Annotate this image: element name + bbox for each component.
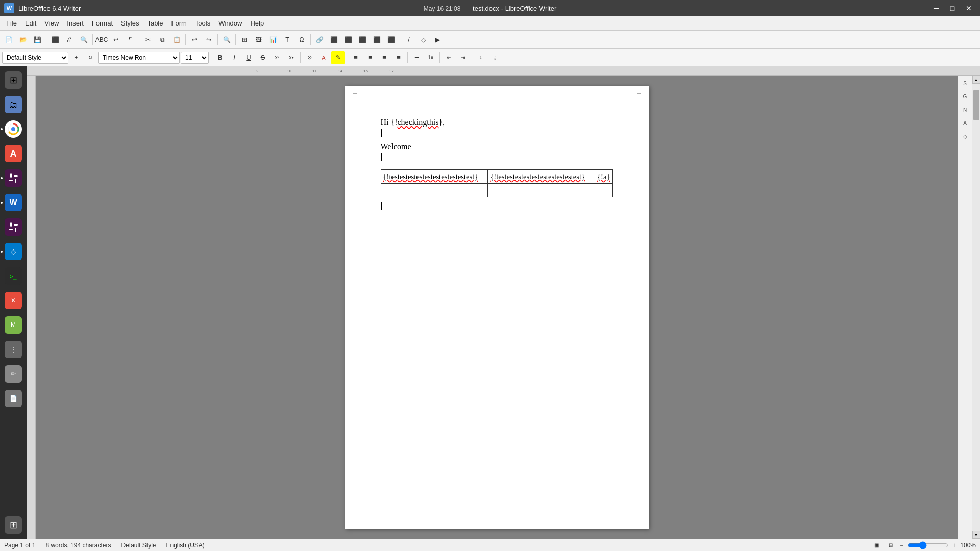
table-cell-2-2[interactable]	[488, 184, 595, 197]
menu-insert[interactable]: Insert	[63, 17, 88, 29]
font-color-button[interactable]: A	[317, 51, 330, 64]
dock-writer[interactable]: W	[3, 192, 24, 213]
menu-styles[interactable]: Styles	[117, 17, 143, 29]
sidebar-tool-3[interactable]: N	[960, 104, 971, 115]
menu-table[interactable]: Table	[143, 17, 167, 29]
symbol-button[interactable]: Ω	[295, 33, 308, 46]
superscript-button[interactable]: x²	[271, 51, 284, 64]
menu-form[interactable]: Form	[167, 17, 190, 29]
layout-web-button[interactable]: ⊟	[886, 540, 896, 550]
page-wrapper[interactable]: Hi {!checkingthis}, Welcome	[36, 76, 958, 539]
gallery-button[interactable]: ⬛	[384, 33, 398, 46]
save-button[interactable]: 💾	[31, 33, 44, 46]
find-button[interactable]: 🔍	[220, 33, 233, 46]
macro-button[interactable]: ⬛	[370, 33, 383, 46]
copy-button[interactable]: ⧉	[156, 33, 169, 46]
bullet-list-button[interactable]: ☰	[410, 51, 423, 64]
dock-chrome[interactable]	[3, 118, 24, 140]
paste-button[interactable]: 📋	[170, 33, 183, 46]
sidebar-tool-4[interactable]: A	[960, 117, 971, 129]
dock-xmind[interactable]: ✕	[3, 290, 24, 311]
align-right-button[interactable]: ≡	[378, 51, 391, 64]
table-cell-1-1[interactable]: {!testestestestestestestestestest}	[381, 170, 488, 184]
page-content[interactable]: Hi {!checkingthis}, Welcome	[381, 116, 613, 214]
sidebar-tool-5[interactable]: ◇	[960, 131, 971, 142]
font-size-select[interactable]: 11	[181, 52, 209, 64]
dock-slack1[interactable]	[3, 167, 24, 189]
cut-button[interactable]: ✂	[141, 33, 155, 46]
maximize-button[interactable]: □	[945, 2, 960, 14]
zoom-out-button[interactable]: −	[900, 542, 903, 549]
bold-button[interactable]: B	[213, 51, 227, 64]
footer-button[interactable]: ⬛	[356, 33, 369, 46]
dock-slack2[interactable]	[3, 216, 24, 238]
sidebar-tool-2[interactable]: G	[960, 91, 971, 102]
table-cell-1-2[interactable]: {!testestestestestestestestestest}	[488, 170, 595, 184]
textbox-button[interactable]: T	[281, 33, 294, 46]
dock-files[interactable]: 🗂	[3, 94, 24, 115]
new-button[interactable]: 📄	[2, 33, 15, 46]
italic-button[interactable]: I	[228, 51, 241, 64]
menu-format[interactable]: Format	[88, 17, 117, 29]
update-style-button[interactable]: ↻	[84, 51, 97, 64]
scroll-down-arrow[interactable]: ▼	[972, 531, 981, 539]
document-table[interactable]: {!testestestestestestestestestest} {!tes…	[381, 169, 613, 197]
font-select[interactable]: Times New Ron	[98, 52, 180, 64]
image-button[interactable]: 🖼	[252, 33, 265, 46]
layout-normal-button[interactable]: ▣	[871, 540, 881, 550]
highlight-button[interactable]: ✎	[331, 51, 345, 64]
scroll-up-arrow[interactable]: ▲	[972, 76, 981, 84]
chart-button[interactable]: 📊	[266, 33, 280, 46]
table-cell-2-1[interactable]	[381, 184, 488, 197]
vertical-scrollbar[interactable]: ▲ ▼	[972, 76, 980, 539]
subscript-button[interactable]: x₂	[285, 51, 298, 64]
increase-indent-button[interactable]: ⇥	[456, 51, 470, 64]
navigator-button[interactable]: ▶	[431, 33, 444, 46]
redo-button[interactable]: ↪	[202, 33, 215, 46]
menu-help[interactable]: Help	[246, 17, 268, 29]
dock-app1[interactable]: ⋮	[3, 339, 24, 360]
dock-activities[interactable]: ⊞	[3, 69, 24, 91]
footnote-button[interactable]: ⬛	[327, 33, 340, 46]
header-button[interactable]: ⬛	[341, 33, 355, 46]
print-button[interactable]: 🖨	[63, 33, 76, 46]
scroll-track[interactable]	[972, 84, 980, 531]
undo-button[interactable]: ↩	[188, 33, 201, 46]
pdf-button[interactable]: ⬛	[48, 33, 62, 46]
hyperlink-button[interactable]: 🔗	[313, 33, 326, 46]
strikethrough-button[interactable]: S	[256, 51, 270, 64]
table-cell-1-3[interactable]: {!a}	[595, 170, 612, 184]
dock-mendeley[interactable]: M	[3, 314, 24, 336]
menu-tools[interactable]: Tools	[191, 17, 214, 29]
sidebar-tool-1[interactable]: S	[960, 78, 971, 89]
table-button[interactable]: ⊞	[238, 33, 251, 46]
menu-edit[interactable]: Edit	[21, 17, 40, 29]
minimize-button[interactable]: ─	[929, 2, 943, 14]
autocorrect-button[interactable]: ↩	[109, 33, 122, 46]
preview-button[interactable]: 🔍	[77, 33, 90, 46]
dock-appcenter[interactable]: A	[3, 143, 24, 164]
scroll-thumb[interactable]	[973, 90, 979, 120]
draw-line-button[interactable]: /	[402, 33, 415, 46]
underline-button[interactable]: U	[242, 51, 255, 64]
spellcheck-button[interactable]: ABC	[95, 33, 108, 46]
align-justify-button[interactable]: ≡	[392, 51, 405, 64]
new-style-button[interactable]: ✦	[69, 51, 83, 64]
align-center-button[interactable]: ≡	[363, 51, 377, 64]
document-page[interactable]: Hi {!checkingthis}, Welcome	[345, 86, 649, 529]
dock-appgrid[interactable]: ⊞	[3, 514, 24, 536]
dock-app2[interactable]: ✏	[3, 363, 24, 385]
dock-app3[interactable]: 📄	[3, 388, 24, 409]
zoom-in-button[interactable]: +	[952, 542, 956, 549]
menu-file[interactable]: File	[2, 17, 21, 29]
style-select[interactable]: Default Style	[2, 52, 68, 64]
align-left-button[interactable]: ≡	[349, 51, 362, 64]
decrease-indent-button[interactable]: ⇤	[442, 51, 455, 64]
format-marks-button[interactable]: ¶	[124, 33, 137, 46]
line-spacing-button[interactable]: ↨	[488, 51, 502, 64]
menu-window[interactable]: Window	[214, 17, 246, 29]
shapes-button[interactable]: ◇	[416, 33, 430, 46]
menu-view[interactable]: View	[40, 17, 63, 29]
dock-terminal[interactable]: >_	[3, 265, 24, 287]
close-button[interactable]: ✕	[962, 2, 976, 14]
